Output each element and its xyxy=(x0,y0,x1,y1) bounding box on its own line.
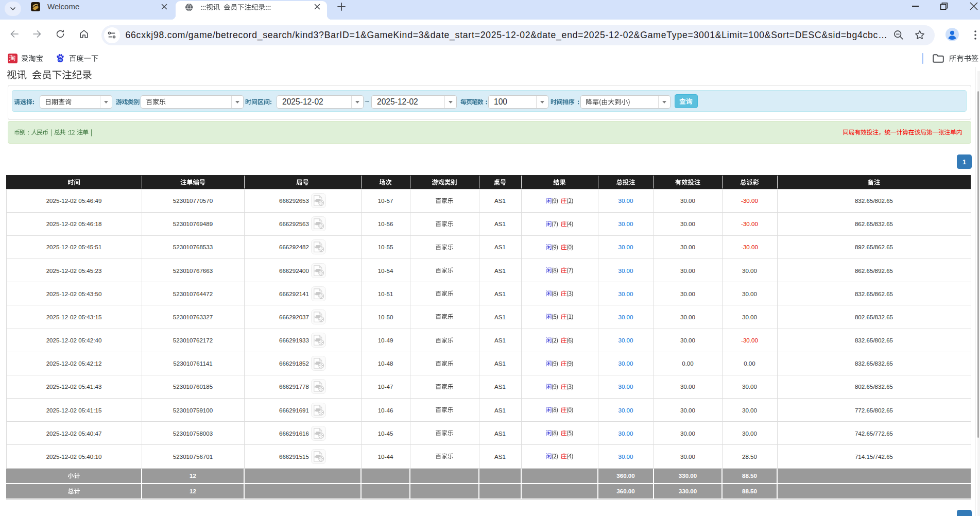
svg-text:du: du xyxy=(58,58,62,62)
